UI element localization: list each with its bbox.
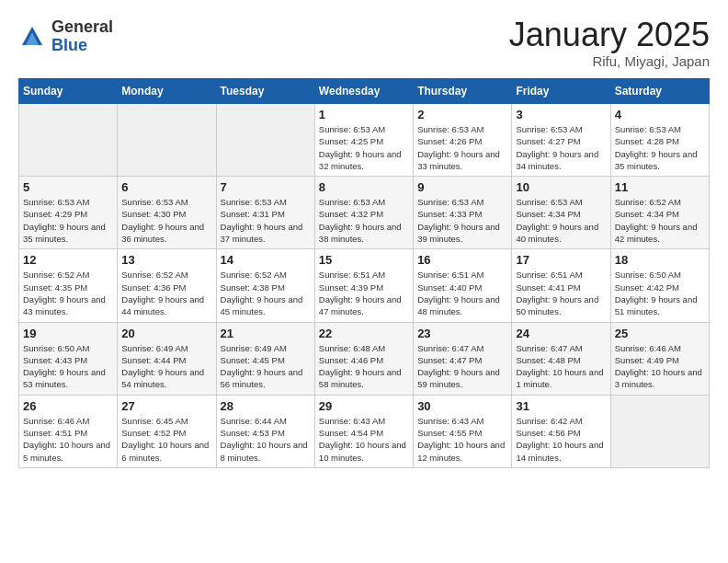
logo-text: General Blue — [51, 18, 113, 55]
day-info: Sunrise: 6:53 AM Sunset: 4:27 PM Dayligh… — [516, 123, 606, 172]
day-info: Sunrise: 6:46 AM Sunset: 4:51 PM Dayligh… — [23, 415, 113, 464]
day-number: 19 — [23, 327, 113, 340]
title-block: January 2025 Rifu, Miyagi, Japan — [509, 18, 710, 69]
day-number: 1 — [319, 108, 409, 121]
calendar-cell-w1-d7: 4Sunrise: 6:53 AM Sunset: 4:28 PM Daylig… — [610, 104, 709, 177]
calendar-cell-w3-d7: 18Sunrise: 6:50 AM Sunset: 4:42 PM Dayli… — [610, 249, 709, 322]
col-sunday: Sunday — [19, 79, 118, 104]
day-info: Sunrise: 6:51 AM Sunset: 4:41 PM Dayligh… — [516, 269, 606, 317]
col-monday: Monday — [118, 79, 216, 104]
page: General Blue January 2025 Rifu, Miyagi, … — [0, 0, 728, 477]
day-info: Sunrise: 6:43 AM Sunset: 4:55 PM Dayligh… — [417, 415, 507, 464]
calendar-cell-w3-d4: 15Sunrise: 6:51 AM Sunset: 4:39 PM Dayli… — [314, 249, 413, 322]
col-friday: Friday — [512, 79, 610, 104]
calendar-cell-w4-d4: 22Sunrise: 6:48 AM Sunset: 4:46 PM Dayli… — [314, 322, 413, 395]
day-number: 21 — [221, 327, 311, 340]
day-info: Sunrise: 6:52 AM Sunset: 4:34 PM Dayligh… — [615, 196, 705, 245]
day-number: 25 — [615, 327, 705, 340]
day-info: Sunrise: 6:53 AM Sunset: 4:29 PM Dayligh… — [23, 196, 113, 245]
day-info: Sunrise: 6:52 AM Sunset: 4:38 PM Dayligh… — [221, 269, 311, 317]
day-info: Sunrise: 6:43 AM Sunset: 4:54 PM Dayligh… — [319, 415, 409, 464]
day-number: 13 — [121, 253, 211, 267]
day-info: Sunrise: 6:49 AM Sunset: 4:44 PM Dayligh… — [121, 342, 211, 391]
day-info: Sunrise: 6:52 AM Sunset: 4:36 PM Dayligh… — [121, 269, 211, 317]
calendar-cell-w4-d6: 24Sunrise: 6:47 AM Sunset: 4:48 PM Dayli… — [512, 322, 610, 395]
calendar-cell-w5-d2: 27Sunrise: 6:45 AM Sunset: 4:52 PM Dayli… — [118, 395, 216, 467]
day-info: Sunrise: 6:52 AM Sunset: 4:35 PM Dayligh… — [23, 269, 113, 317]
day-info: Sunrise: 6:53 AM Sunset: 4:32 PM Dayligh… — [319, 196, 409, 245]
calendar-cell-w1-d4: 1Sunrise: 6:53 AM Sunset: 4:25 PM Daylig… — [314, 104, 413, 177]
col-wednesday: Wednesday — [314, 79, 413, 104]
day-number: 22 — [319, 327, 409, 340]
calendar-week-1: 1Sunrise: 6:53 AM Sunset: 4:25 PM Daylig… — [19, 104, 710, 177]
calendar-table: Sunday Monday Tuesday Wednesday Thursday… — [18, 78, 710, 468]
calendar-cell-w1-d1 — [19, 104, 118, 177]
calendar-cell-w1-d6: 3Sunrise: 6:53 AM Sunset: 4:27 PM Daylig… — [512, 104, 610, 177]
calendar-cell-w1-d3 — [216, 104, 314, 177]
day-info: Sunrise: 6:53 AM Sunset: 4:25 PM Dayligh… — [319, 123, 409, 172]
day-number: 12 — [23, 253, 113, 267]
logo-icon — [18, 23, 46, 51]
day-info: Sunrise: 6:53 AM Sunset: 4:33 PM Dayligh… — [417, 196, 507, 245]
calendar-cell-w5-d3: 28Sunrise: 6:44 AM Sunset: 4:53 PM Dayli… — [216, 395, 314, 467]
day-number: 15 — [319, 253, 409, 267]
day-number: 27 — [121, 399, 211, 413]
calendar-cell-w2-d2: 6Sunrise: 6:53 AM Sunset: 4:30 PM Daylig… — [118, 177, 216, 249]
calendar-cell-w5-d5: 30Sunrise: 6:43 AM Sunset: 4:55 PM Dayli… — [414, 395, 512, 467]
day-info: Sunrise: 6:53 AM Sunset: 4:31 PM Dayligh… — [221, 196, 311, 245]
col-saturday: Saturday — [610, 79, 709, 104]
day-number: 5 — [23, 180, 113, 194]
calendar-cell-w2-d6: 10Sunrise: 6:53 AM Sunset: 4:34 PM Dayli… — [512, 177, 610, 249]
calendar-cell-w3-d3: 14Sunrise: 6:52 AM Sunset: 4:38 PM Dayli… — [216, 249, 314, 322]
day-number: 18 — [615, 253, 705, 267]
calendar-cell-w3-d6: 17Sunrise: 6:51 AM Sunset: 4:41 PM Dayli… — [512, 249, 610, 322]
logo-general-text: General — [51, 18, 113, 37]
calendar-cell-w3-d2: 13Sunrise: 6:52 AM Sunset: 4:36 PM Dayli… — [118, 249, 216, 322]
day-info: Sunrise: 6:45 AM Sunset: 4:52 PM Dayligh… — [121, 415, 211, 464]
calendar-title: January 2025 — [509, 18, 710, 52]
day-info: Sunrise: 6:47 AM Sunset: 4:48 PM Dayligh… — [516, 342, 606, 391]
calendar-cell-w2-d1: 5Sunrise: 6:53 AM Sunset: 4:29 PM Daylig… — [19, 177, 118, 249]
day-info: Sunrise: 6:46 AM Sunset: 4:49 PM Dayligh… — [615, 342, 705, 391]
calendar-cell-w2-d7: 11Sunrise: 6:52 AM Sunset: 4:34 PM Dayli… — [610, 177, 709, 249]
calendar-cell-w4-d7: 25Sunrise: 6:46 AM Sunset: 4:49 PM Dayli… — [610, 322, 709, 395]
day-info: Sunrise: 6:44 AM Sunset: 4:53 PM Dayligh… — [221, 415, 311, 464]
calendar-cell-w2-d4: 8Sunrise: 6:53 AM Sunset: 4:32 PM Daylig… — [314, 177, 413, 249]
calendar-week-5: 26Sunrise: 6:46 AM Sunset: 4:51 PM Dayli… — [19, 395, 710, 467]
day-number: 8 — [319, 180, 409, 194]
day-number: 29 — [319, 399, 409, 413]
day-number: 10 — [516, 180, 606, 194]
day-number: 9 — [417, 180, 507, 194]
calendar-cell-w4-d2: 20Sunrise: 6:49 AM Sunset: 4:44 PM Dayli… — [118, 322, 216, 395]
day-info: Sunrise: 6:48 AM Sunset: 4:46 PM Dayligh… — [319, 342, 409, 391]
day-number: 7 — [221, 180, 311, 194]
calendar-cell-w4-d5: 23Sunrise: 6:47 AM Sunset: 4:47 PM Dayli… — [414, 322, 512, 395]
calendar-cell-w1-d5: 2Sunrise: 6:53 AM Sunset: 4:26 PM Daylig… — [414, 104, 512, 177]
calendar-cell-w1-d2 — [118, 104, 216, 177]
day-number: 2 — [417, 108, 507, 121]
calendar-cell-w4-d1: 19Sunrise: 6:50 AM Sunset: 4:43 PM Dayli… — [19, 322, 118, 395]
day-info: Sunrise: 6:51 AM Sunset: 4:40 PM Dayligh… — [417, 269, 507, 317]
calendar-cell-w3-d5: 16Sunrise: 6:51 AM Sunset: 4:40 PM Dayli… — [414, 249, 512, 322]
calendar-cell-w2-d3: 7Sunrise: 6:53 AM Sunset: 4:31 PM Daylig… — [216, 177, 314, 249]
day-info: Sunrise: 6:42 AM Sunset: 4:56 PM Dayligh… — [516, 415, 606, 464]
day-info: Sunrise: 6:53 AM Sunset: 4:26 PM Dayligh… — [417, 123, 507, 172]
day-info: Sunrise: 6:49 AM Sunset: 4:45 PM Dayligh… — [221, 342, 311, 391]
day-number: 24 — [516, 327, 606, 340]
day-info: Sunrise: 6:50 AM Sunset: 4:42 PM Dayligh… — [615, 269, 705, 317]
logo: General Blue — [18, 18, 113, 55]
day-number: 14 — [221, 253, 311, 267]
day-info: Sunrise: 6:51 AM Sunset: 4:39 PM Dayligh… — [319, 269, 409, 317]
day-number: 28 — [221, 399, 311, 413]
header: General Blue January 2025 Rifu, Miyagi, … — [18, 18, 710, 69]
calendar-cell-w5-d4: 29Sunrise: 6:43 AM Sunset: 4:54 PM Dayli… — [314, 395, 413, 467]
day-info: Sunrise: 6:53 AM Sunset: 4:30 PM Dayligh… — [121, 196, 211, 245]
day-info: Sunrise: 6:47 AM Sunset: 4:47 PM Dayligh… — [417, 342, 507, 391]
day-number: 3 — [516, 108, 606, 121]
day-info: Sunrise: 6:50 AM Sunset: 4:43 PM Dayligh… — [23, 342, 113, 391]
day-number: 23 — [417, 327, 507, 340]
col-thursday: Thursday — [414, 79, 512, 104]
day-number: 11 — [615, 180, 705, 194]
calendar-cell-w5-d1: 26Sunrise: 6:46 AM Sunset: 4:51 PM Dayli… — [19, 395, 118, 467]
col-tuesday: Tuesday — [216, 79, 314, 104]
